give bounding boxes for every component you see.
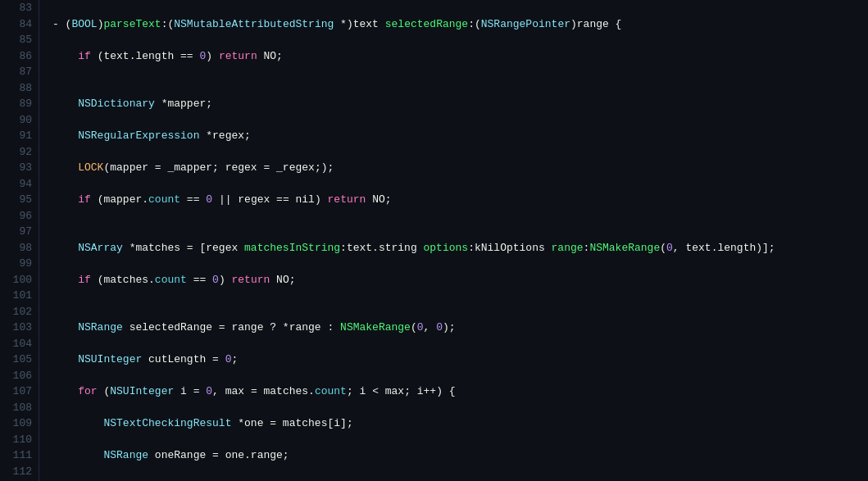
line-89: 89 — [7, 96, 32, 112]
line-112: 112 — [7, 464, 32, 480]
code-line-96: for (NSUInteger i = 0, max = matches.cou… — [52, 383, 868, 400]
line-109: 109 — [7, 415, 32, 432]
line-91: 91 — [7, 128, 32, 144]
code-line-89: if (mapper.count == 0 || regex == nil) r… — [52, 192, 868, 208]
line-85: 85 — [7, 32, 32, 48]
line-101: 101 — [7, 288, 32, 304]
line-97: 97 — [7, 224, 32, 240]
line-107: 107 — [7, 383, 32, 400]
code-line-84: if (text.length == 0) return NO; — [52, 48, 868, 65]
line-86: 86 — [7, 48, 32, 65]
line-106: 106 — [7, 368, 32, 384]
line-95: 95 — [7, 192, 32, 208]
line-102: 102 — [7, 304, 32, 320]
line-84: 84 — [7, 16, 32, 33]
code-line-94: NSRange selectedRange = range ? *range :… — [52, 320, 868, 336]
code-line-98: NSRange oneRange = one.range; — [52, 447, 868, 464]
line-103: 103 — [7, 320, 32, 336]
line-105: 105 — [7, 352, 32, 368]
line-108: 108 — [7, 400, 32, 416]
line-numbers: 83 84 85 86 87 88 89 90 91 92 93 94 95 9… — [0, 0, 39, 481]
code-editor: 83 84 85 86 87 88 89 90 91 92 93 94 95 9… — [0, 0, 868, 481]
code-line-87: NSRegularExpression *regex; — [52, 128, 868, 144]
line-90: 90 — [7, 112, 32, 129]
line-104: 104 — [7, 336, 32, 352]
line-99: 99 — [7, 256, 32, 272]
line-83: 83 — [7, 0, 32, 16]
code-line-86: NSDictionary *mapper; — [52, 96, 868, 112]
line-98: 98 — [7, 240, 32, 256]
line-92: 92 — [7, 144, 32, 161]
code-line-83: - (BOOL)parseText:(NSMutableAttributedSt… — [52, 16, 868, 33]
line-96: 96 — [7, 208, 32, 225]
code-line-92: if (matches.count == 0) return NO; — [52, 272, 868, 288]
line-100: 100 — [7, 272, 32, 288]
line-111: 111 — [7, 447, 32, 464]
line-93: 93 — [7, 160, 32, 176]
code-line-95: NSUInteger cutLength = 0; — [52, 352, 868, 368]
line-88: 88 — [7, 80, 32, 97]
line-110: 110 — [7, 432, 32, 448]
code-area[interactable]: - (BOOL)parseText:(NSMutableAttributedSt… — [39, 0, 868, 481]
code-line-97: NSTextCheckingResult *one = matches[i]; — [52, 415, 868, 432]
line-87: 87 — [7, 64, 32, 80]
code-line-88: LOCK(mapper = _mapper; regex = _regex;); — [52, 160, 868, 176]
line-94: 94 — [7, 176, 32, 193]
code-line-91: NSArray *matches = [regex matchesInStrin… — [52, 240, 868, 256]
